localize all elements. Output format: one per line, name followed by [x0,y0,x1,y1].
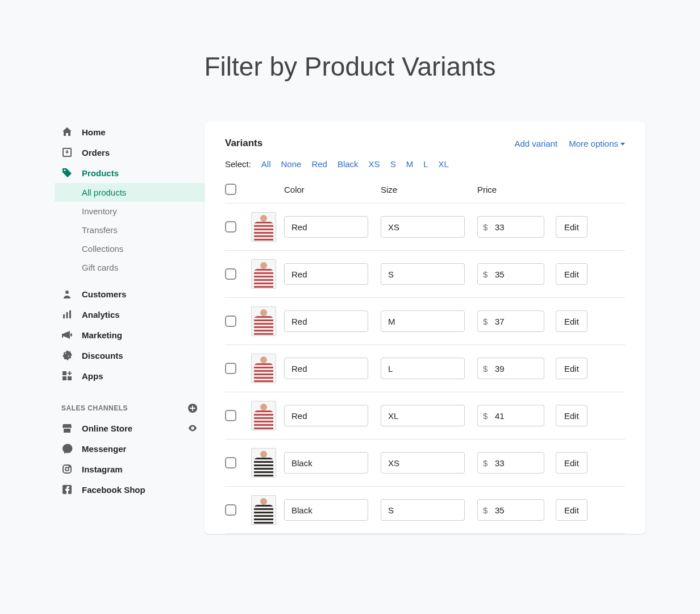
select-label: Select: [225,159,251,169]
sidebar-item-home[interactable]: Home [55,122,205,142]
sidebar-item-label: Discounts [82,351,123,360]
sidebar: Home Orders Products All products Invent… [55,122,205,534]
select-filter-red[interactable]: Red [311,159,327,169]
variant-thumbnail[interactable] [251,354,276,383]
variants-table-body: $ Edit $ Edit [225,204,625,534]
sidebar-item-label: Orders [82,148,110,157]
sidebar-item-label: Instagram [82,464,123,474]
add-channel-icon[interactable] [188,403,198,413]
select-filter-m[interactable]: M [406,159,414,169]
sidebar-channel-online-store[interactable]: Online Store [55,418,205,438]
variant-checkbox[interactable] [225,504,236,516]
variant-row: $ Edit [225,392,625,439]
variant-thumbnail[interactable] [251,401,276,430]
variant-size-input[interactable] [381,358,465,379]
instagram-icon [61,463,73,475]
edit-variant-button[interactable]: Edit [556,263,588,285]
sidebar-sub-gift-cards[interactable]: Gift cards [55,258,205,277]
edit-variant-button[interactable]: Edit [556,499,588,521]
sidebar-channel-facebook-shop[interactable]: Facebook Shop [55,479,205,500]
orders-icon [61,147,73,158]
variant-size-input[interactable] [381,263,465,285]
variant-thumbnail[interactable] [251,259,276,289]
sidebar-item-products[interactable]: Products [55,163,205,183]
sidebar-item-orders[interactable]: Orders [55,142,205,163]
sidebar-item-marketing[interactable]: Marketing [55,325,205,345]
facebook-icon [61,484,73,495]
page-title: Filter by Product Variants [0,0,700,122]
sidebar-sub-all-products[interactable]: All products [55,183,205,202]
sidebar-item-customers[interactable]: Customers [55,284,205,304]
marketing-icon [61,329,73,341]
variant-row: $ Edit [225,204,625,251]
select-filter-xs[interactable]: XS [369,159,380,169]
variant-row: $ Edit [225,487,625,534]
sidebar-item-discounts[interactable]: Discounts [55,345,205,366]
select-all-checkbox[interactable] [225,184,236,195]
variant-color-input[interactable] [284,216,368,238]
variant-thumbnail[interactable] [251,212,276,242]
variant-checkbox[interactable] [225,268,236,280]
variant-checkbox[interactable] [225,457,236,468]
sidebar-sub-inventory[interactable]: Inventory [55,202,205,221]
edit-variant-button[interactable]: Edit [556,405,588,426]
sidebar-channel-instagram[interactable]: Instagram [55,459,205,479]
column-price-header: Price [477,185,556,194]
sidebar-item-apps[interactable]: Apps [55,366,205,386]
select-filter-row: Select: All None Red Black XS S M L XL [225,159,625,169]
variant-checkbox[interactable] [225,363,236,374]
select-filter-xl[interactable]: XL [438,159,448,169]
variant-size-input[interactable] [381,452,465,474]
sidebar-sub-transfers[interactable]: Transfers [55,221,205,239]
discounts-icon [61,350,73,361]
select-filter-l[interactable]: L [423,159,428,169]
variant-color-input[interactable] [284,358,368,379]
variant-color-input[interactable] [284,499,368,521]
more-options-button[interactable]: More options [569,139,625,148]
currency-symbol: $ [483,222,488,232]
sidebar-channel-messenger[interactable]: Messenger [55,438,205,459]
select-filter-all[interactable]: All [261,159,271,169]
variant-size-input[interactable] [381,310,465,332]
customers-icon [61,288,73,300]
sidebar-item-analytics[interactable]: Analytics [55,304,205,325]
sidebar-item-label: Apps [82,371,103,381]
sidebar-item-label: Facebook Shop [82,485,145,495]
variant-color-input[interactable] [284,405,368,426]
variant-row: $ Edit [225,439,625,487]
variant-size-input[interactable] [381,499,465,521]
home-icon [61,126,73,138]
variant-size-input[interactable] [381,405,465,426]
select-filter-none[interactable]: None [281,159,302,169]
sidebar-item-label: Messenger [82,444,126,454]
select-filter-black[interactable]: Black [338,159,359,169]
variant-thumbnail[interactable] [251,306,276,336]
svg-rect-2 [63,314,65,318]
edit-variant-button[interactable]: Edit [556,358,588,379]
svg-point-10 [65,467,69,471]
add-variant-button[interactable]: Add variant [514,139,557,148]
select-filter-s[interactable]: S [390,159,396,169]
variant-checkbox[interactable] [225,316,236,327]
variant-size-input[interactable] [381,216,465,238]
svg-point-11 [69,466,70,467]
currency-symbol: $ [483,458,488,468]
edit-variant-button[interactable]: Edit [556,216,588,238]
variant-thumbnail[interactable] [251,448,276,478]
edit-variant-button[interactable]: Edit [556,452,588,474]
apps-icon [61,370,73,381]
variant-color-input[interactable] [284,263,368,285]
variant-checkbox[interactable] [225,221,236,233]
variant-color-input[interactable] [284,452,368,474]
variant-row: $ Edit [225,298,625,345]
variant-checkbox[interactable] [225,410,236,421]
variant-color-input[interactable] [284,310,368,332]
sidebar-item-label: Customers [82,289,126,299]
eye-icon[interactable] [188,423,198,433]
currency-symbol: $ [483,269,488,279]
variant-thumbnail[interactable] [251,495,276,525]
edit-variant-button[interactable]: Edit [556,310,588,332]
svg-point-1 [65,291,69,294]
sidebar-sub-collections[interactable]: Collections [55,239,205,258]
sidebar-item-label: Home [82,127,106,137]
